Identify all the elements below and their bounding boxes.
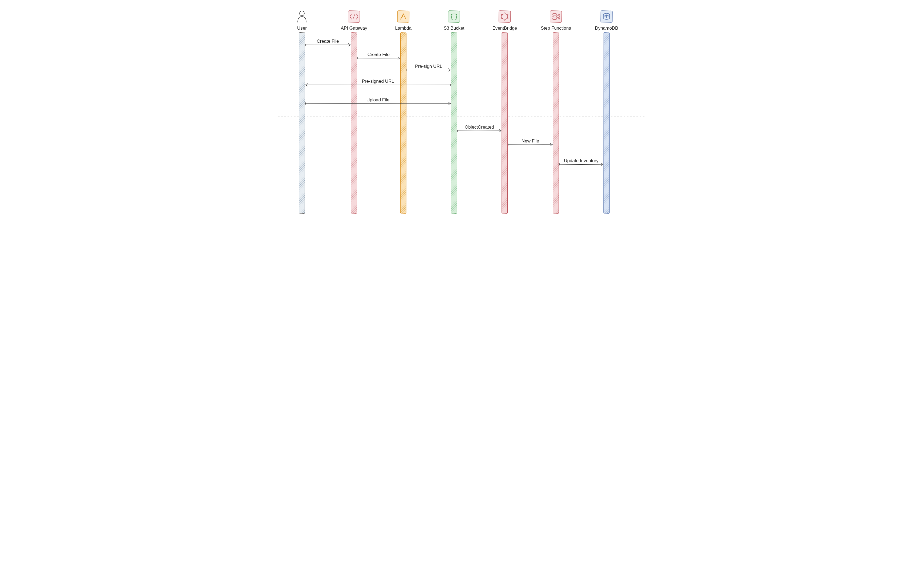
diagram-svg	[278, 0, 646, 225]
actor-label-dynamo: DynamoDB	[595, 26, 618, 31]
svg-point-11	[501, 14, 502, 15]
lifeline-apigw	[351, 33, 357, 213]
svg-point-9	[504, 19, 505, 20]
msg-label-m7: New File	[522, 138, 539, 144]
service-icon-s3	[448, 10, 460, 22]
msg-label-m6: ObjectCreated	[465, 124, 494, 130]
msg-label-m2: Create File	[367, 52, 390, 58]
svg-point-5	[300, 11, 304, 16]
msg-label-m5: Upload File	[366, 98, 390, 103]
lifeline-eventbridge	[502, 33, 508, 213]
actor-label-stepfn: Step Functions	[541, 26, 571, 31]
sequence-diagram: User API Gateway Lambda S3 Bucket EventB…	[278, 0, 646, 225]
svg-point-10	[501, 18, 502, 19]
lifeline-s3	[451, 33, 457, 213]
lifeline-dynamo	[604, 33, 609, 213]
actor-label-user: User	[297, 26, 307, 31]
actor-label-s3: S3 Bucket	[444, 26, 464, 31]
actor-label-apigw: API Gateway	[340, 26, 367, 31]
lifeline-stepfn	[553, 33, 559, 213]
service-icon-lambda	[398, 10, 409, 22]
svg-point-7	[507, 14, 508, 15]
actor-label-eventbridge: EventBridge	[492, 26, 517, 31]
actor-label-lambda: Lambda	[395, 26, 411, 31]
lifeline-lambda	[400, 33, 406, 213]
msg-label-m8: Update Inventory	[564, 158, 598, 164]
lifeline-user	[299, 33, 305, 213]
msg-label-m1: Create File	[316, 39, 339, 45]
user-icon	[298, 11, 306, 22]
service-icon-stepfn	[550, 10, 562, 22]
service-icon-eventbridge	[499, 10, 510, 22]
msg-label-m3: Pre-sign URL	[415, 64, 442, 70]
svg-point-6	[504, 13, 505, 14]
svg-point-8	[507, 18, 508, 19]
msg-label-m4: Pre-signed URL	[362, 79, 394, 85]
